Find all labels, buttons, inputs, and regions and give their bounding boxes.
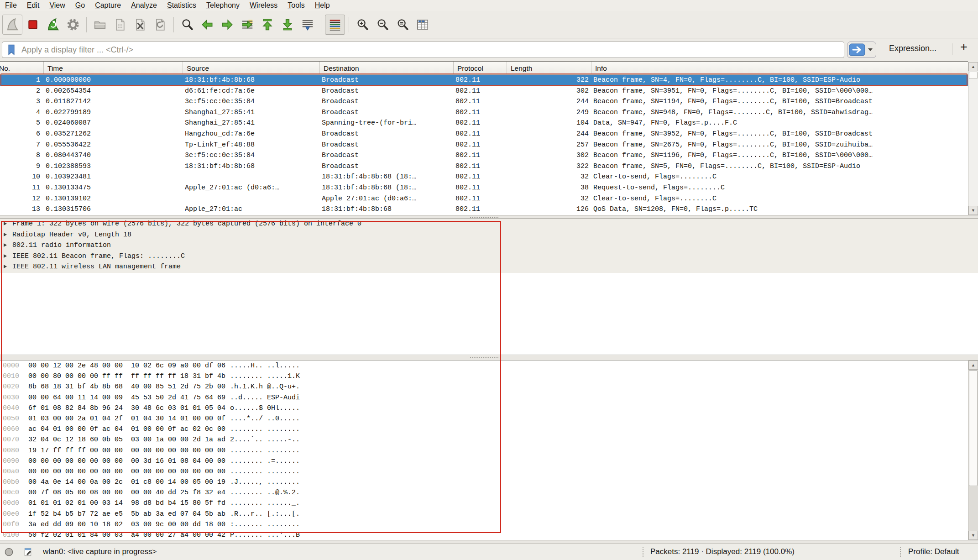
detail-row[interactable]: IEEE 802.11 wireless LAN management fram… bbox=[0, 262, 978, 272]
hex-bytes[interactable]: 19 17 ff ff ff 00 00 00 00 00 00 00 00 0… bbox=[28, 445, 225, 456]
divider-grip[interactable] bbox=[470, 217, 498, 218]
hex-ascii[interactable]: 2....`.. .....-.. bbox=[230, 434, 300, 445]
pane-divider-lower[interactable] bbox=[0, 355, 978, 361]
detail-row[interactable]: 802.11 radio information bbox=[0, 240, 978, 251]
zoom-original-button[interactable] bbox=[393, 15, 412, 34]
hex-bytes[interactable]: 00 00 00 00 00 00 00 00 00 3d 16 01 08 0… bbox=[28, 456, 225, 466]
hex-bytes[interactable]: 8b 68 18 31 bf 4b 8b 68 40 00 85 51 2d 7… bbox=[28, 382, 225, 392]
packet-row[interactable]: 20.002654354d6:61:fe:cd:7a:6eBroadcast80… bbox=[0, 86, 968, 97]
packet-list-scrollbar[interactable]: ▲ ▼ bbox=[968, 62, 978, 215]
hex-row[interactable]: 00c000 7f 08 05 00 08 00 00 00 00 40 dd … bbox=[0, 487, 968, 498]
hex-bytes[interactable]: 00 00 80 00 00 00 ff ff ff ff ff ff 18 3… bbox=[28, 371, 225, 382]
hex-ascii[interactable]: ........ .....1.K bbox=[230, 371, 300, 382]
filter-bookmark-icon[interactable] bbox=[5, 43, 18, 56]
hex-row[interactable]: 001000 00 80 00 00 00 ff ff ff ff ff ff … bbox=[0, 371, 968, 382]
hex-ascii[interactable]: ........ ........ bbox=[230, 445, 300, 456]
hex-ascii[interactable]: ........ .=...... bbox=[230, 456, 300, 466]
go-first-button[interactable] bbox=[258, 15, 277, 34]
expander-triangle-icon[interactable] bbox=[4, 265, 7, 268]
hex-ascii[interactable]: .J....., ........ bbox=[230, 477, 300, 487]
expander-triangle-icon[interactable] bbox=[4, 233, 7, 236]
hex-bytes[interactable]: 00 7f 08 05 00 08 00 00 00 00 40 dd 25 f… bbox=[28, 487, 225, 498]
profile-button[interactable]: Profile: Default bbox=[908, 547, 959, 556]
hex-row[interactable]: 00d001 01 01 02 01 00 03 14 98 d8 bd b4 … bbox=[0, 498, 968, 508]
hex-ascii[interactable]: ........ ......_. bbox=[230, 498, 300, 508]
divider-grip[interactable] bbox=[470, 357, 498, 358]
packet-row[interactable]: 90.10238859318:31:bf:4b:8b:68Broadcast80… bbox=[0, 161, 968, 172]
hex-ascii[interactable]: ........ ........ bbox=[230, 424, 300, 434]
hex-ascii[interactable]: ........ ........ bbox=[230, 466, 300, 477]
go-forward-button[interactable] bbox=[218, 15, 237, 34]
display-filter-input[interactable] bbox=[18, 45, 844, 55]
packet-row[interactable]: 30.0118271423c:f5:cc:0e:35:84Broadcast80… bbox=[0, 96, 968, 107]
hex-bytes[interactable]: 01 03 00 00 2a 01 04 2f 01 04 30 14 01 0… bbox=[28, 413, 225, 424]
stop-capture-button[interactable] bbox=[23, 15, 42, 34]
scroll-down-icon[interactable]: ▼ bbox=[968, 206, 978, 215]
packet-row[interactable]: 100.10392348118:31:bf:4b:8b:68 (18:…802.… bbox=[0, 172, 968, 183]
colorize-button[interactable] bbox=[325, 15, 345, 35]
go-to-packet-button[interactable] bbox=[238, 15, 257, 34]
column-header-destination[interactable]: Destination bbox=[319, 62, 453, 75]
hex-ascii[interactable]: .R...r.. [.:...[. bbox=[230, 509, 300, 519]
expander-triangle-icon[interactable] bbox=[4, 243, 7, 247]
display-filter-box[interactable] bbox=[2, 42, 844, 58]
scroll-up-icon[interactable]: ▲ bbox=[968, 62, 978, 71]
expression-button[interactable]: Expression... bbox=[889, 44, 936, 53]
packet-row[interactable]: 70.055536422Tp-LinkT_ef:48:88Broadcast80… bbox=[0, 140, 968, 151]
hex-bytes[interactable]: 50 f2 02 01 01 84 00 03 a4 00 00 27 a4 0… bbox=[28, 530, 225, 540]
add-filter-button[interactable]: + bbox=[960, 40, 968, 54]
close-file-button[interactable] bbox=[131, 15, 150, 34]
hex-bytes[interactable]: 00 00 12 00 2e 48 00 00 10 02 6c 09 a0 0… bbox=[28, 361, 225, 371]
hex-row[interactable]: 010050 f2 02 01 01 84 00 03 a4 00 00 27 … bbox=[0, 530, 968, 540]
menu-item-analyze[interactable]: Analyze bbox=[126, 0, 162, 11]
detail-row[interactable]: Radiotap Header v0, Length 18 bbox=[0, 230, 978, 241]
hex-row[interactable]: 00a000 00 00 00 00 00 00 00 00 00 00 00 … bbox=[0, 466, 968, 477]
find-packet-button[interactable] bbox=[178, 15, 197, 34]
hex-bytes[interactable]: 01 01 01 02 01 00 03 14 98 d8 bd b4 15 8… bbox=[28, 498, 225, 508]
packet-row[interactable]: 80.0804437403e:f5:cc:0e:35:84Broadcast80… bbox=[0, 150, 968, 161]
expert-info-icon[interactable] bbox=[4, 547, 14, 557]
filter-dropdown-caret-icon[interactable] bbox=[868, 48, 873, 51]
packet-row[interactable]: 60.035271262Hangzhou_cd:7a:6eBroadcast80… bbox=[0, 129, 968, 140]
detail-row[interactable]: Frame 1: 322 bytes on wire (2576 bits), … bbox=[0, 219, 978, 230]
packet-row[interactable]: 40.022799189Shanghai_27:85:41Broadcast80… bbox=[0, 107, 968, 118]
hex-ascii[interactable]: :....... ........ bbox=[230, 519, 300, 530]
menu-item-capture[interactable]: Capture bbox=[90, 0, 126, 11]
hex-row[interactable]: 00208b 68 18 31 bf 4b 8b 68 40 00 85 51 … bbox=[0, 382, 968, 392]
hex-row[interactable]: 00406f 01 08 82 84 8b 96 24 30 48 6c 03 … bbox=[0, 403, 968, 413]
column-header-source[interactable]: Source bbox=[183, 62, 319, 75]
column-header-no[interactable]: No. bbox=[0, 62, 41, 75]
column-header-length[interactable]: Length bbox=[507, 62, 591, 75]
hex-row[interactable]: 005001 03 00 00 2a 01 04 2f 01 04 30 14 … bbox=[0, 413, 968, 424]
hex-row[interactable]: 007032 04 0c 12 18 60 0b 05 03 00 1a 00 … bbox=[0, 434, 968, 445]
scroll-up-icon[interactable]: ▲ bbox=[968, 361, 978, 370]
hex-row[interactable]: 00f03a ed dd 09 00 10 18 02 03 00 9c 00 … bbox=[0, 519, 968, 530]
scrollbar-thumb[interactable] bbox=[969, 370, 978, 486]
column-header-time[interactable]: Time bbox=[43, 62, 183, 75]
expander-triangle-icon[interactable] bbox=[4, 222, 7, 225]
hex-row[interactable]: 00e01f 52 b4 b5 b7 72 ae e5 5b ab 3a ed … bbox=[0, 509, 968, 519]
hex-ascii[interactable]: ........ ..@.%.2. bbox=[230, 487, 300, 498]
save-file-button[interactable] bbox=[110, 15, 130, 34]
zoom-out-button[interactable] bbox=[373, 15, 392, 34]
pane-divider-upper[interactable] bbox=[0, 215, 978, 219]
auto-scroll-button[interactable] bbox=[298, 15, 317, 34]
hex-bytes[interactable]: 00 4a 0e 14 00 0a 00 2c 01 c8 00 14 00 0… bbox=[28, 477, 225, 487]
menu-item-help[interactable]: Help bbox=[310, 0, 335, 11]
hex-ascii[interactable]: .h.1.K.h @..Q-u+. bbox=[230, 382, 300, 392]
menu-item-view[interactable]: View bbox=[44, 0, 70, 11]
hex-bytes[interactable]: 3a ed dd 09 00 10 18 02 03 00 9c 00 00 d… bbox=[28, 519, 225, 530]
hex-ascii[interactable]: .....H.. ..l..... bbox=[230, 361, 300, 371]
hex-ascii[interactable]: o......$ 0Hl..... bbox=[230, 403, 300, 413]
packet-row[interactable]: 110.130133475Apple_27:01:ac (d0:a6:…18:3… bbox=[0, 183, 968, 194]
menu-item-statistics[interactable]: Statistics bbox=[162, 0, 201, 11]
hex-bytes[interactable]: 00 00 64 00 11 14 00 09 45 53 50 2d 41 7… bbox=[28, 393, 225, 403]
hex-bytes[interactable]: 32 04 0c 12 18 60 0b 05 03 00 1a 00 00 2… bbox=[28, 434, 225, 445]
hex-ascii[interactable]: P....... ...'...B bbox=[230, 530, 300, 540]
menu-item-wireless[interactable]: Wireless bbox=[245, 0, 282, 11]
hex-row[interactable]: 00b000 4a 0e 14 00 0a 00 2c 01 c8 00 14 … bbox=[0, 477, 968, 487]
capture-options-button[interactable] bbox=[63, 15, 83, 34]
hex-row[interactable]: 008019 17 ff ff ff 00 00 00 00 00 00 00 … bbox=[0, 445, 968, 456]
open-file-button[interactable] bbox=[90, 15, 110, 34]
zoom-in-button[interactable] bbox=[353, 15, 372, 34]
